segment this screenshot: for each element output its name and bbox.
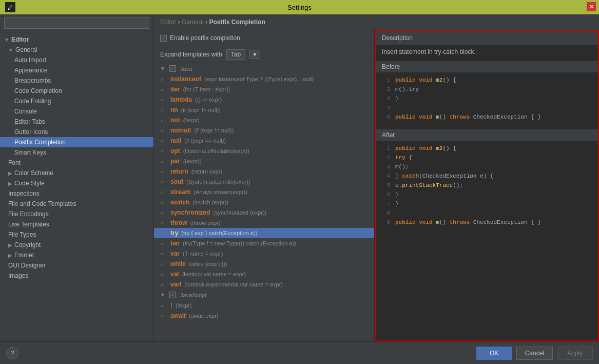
template-item-stream[interactable]: ✓ stream (Arrays.stream(expr)) xyxy=(154,187,374,197)
sidebar-item-file-types[interactable]: File Types xyxy=(0,229,153,240)
sidebar-item-font[interactable]: Font xyxy=(0,158,153,168)
sidebar-item-gui-designer[interactable]: GUI Designer xyxy=(0,260,153,271)
breadcrumb-part1[interactable]: Editor xyxy=(160,18,176,26)
sidebar-item-file-encodings[interactable]: File Encodings ⚙ xyxy=(0,209,153,219)
sidebar-item-editor-tabs[interactable]: Editor Tabs xyxy=(0,117,153,127)
expand-arrow: ▶ xyxy=(8,181,12,186)
panel-content: Enable postfix completion Expand templat… xyxy=(154,30,599,341)
templates-list: ▼ Java ✓ instanceof (expr instanceof Typ… xyxy=(154,63,374,341)
expand-arrow-general: ▼ xyxy=(8,47,13,53)
before-label: Before xyxy=(376,61,598,72)
close-button[interactable]: ✕ xyxy=(587,2,596,11)
description-text: Insert statement in try-catch block. xyxy=(376,45,598,61)
cancel-button[interactable]: Cancel xyxy=(516,347,553,360)
template-item-twr[interactable]: ✓ twr (try(Type f = new Type()) catch (E… xyxy=(154,238,374,248)
search-input[interactable] xyxy=(4,17,149,29)
template-item-null[interactable]: ✓ null (if (expr == null)) xyxy=(154,136,374,146)
check-icon: ✓ xyxy=(160,159,167,164)
enable-postfix-checkbox[interactable]: Enable postfix completion xyxy=(160,34,240,42)
sidebar-item-smart-keys[interactable]: Smart Keys xyxy=(0,147,153,158)
template-item-par[interactable]: ✓ par ((expr)) xyxy=(154,156,374,166)
template-item-iter[interactable]: ✓ iter (for (T item : expr)) xyxy=(154,84,374,94)
breadcrumb-part2[interactable]: General xyxy=(182,18,204,26)
template-item-throw[interactable]: ✓ throw (throw expr) xyxy=(154,218,374,228)
check-icon: ✓ xyxy=(160,282,167,288)
template-item-synchronized[interactable]: ✓ synchronized (synchronized (expr)) xyxy=(154,207,374,218)
description-label: Description xyxy=(376,31,598,45)
section-checkbox[interactable] xyxy=(169,65,176,72)
sidebar-item-code-folding[interactable]: Code Folding xyxy=(0,96,153,106)
code-line: 8 xyxy=(382,208,592,218)
sidebar-item-images[interactable]: Images xyxy=(0,271,153,281)
sidebar-item-live-templates[interactable]: Live Templates xyxy=(0,219,153,229)
section-checkbox[interactable] xyxy=(169,292,176,298)
apply-button[interactable]: Apply xyxy=(557,347,593,360)
sidebar-item-copyright[interactable]: ▶ Copyright ⚙ xyxy=(0,240,153,250)
sidebar-item-emmet[interactable]: ▶ Emmet xyxy=(0,250,153,260)
check-icon: ✓ xyxy=(160,138,167,144)
template-item-not[interactable]: ✓ not (!expr) xyxy=(154,115,374,125)
sidebar-item-inspections[interactable]: Inspections xyxy=(0,188,153,199)
template-item-switch[interactable]: ✓ switch (switch (expr)) xyxy=(154,197,374,207)
sidebar: ▼ Editor ▼ General Auto Import ⚙ Appeara… xyxy=(0,14,154,341)
sidebar-item-postfix-completion[interactable]: Postfix Completion xyxy=(0,137,153,147)
code-line: 7 } xyxy=(382,199,592,208)
check-icon: ✓ xyxy=(160,251,167,257)
expand-arrow: ▶ xyxy=(8,170,12,176)
template-item-opt[interactable]: ✓ opt (Optional.ofNullable(expr)) xyxy=(154,146,374,156)
code-line: 3 m(); xyxy=(382,162,592,171)
check-icon: ✓ xyxy=(160,107,167,113)
template-item-while[interactable]: ✓ while (while (expr) {}) xyxy=(154,259,374,269)
code-line: 2 try { xyxy=(382,153,592,162)
sidebar-item-auto-import[interactable]: Auto Import ⚙ xyxy=(0,55,153,65)
expand-arrow: ▶ xyxy=(8,242,12,248)
dropdown-button[interactable]: ▼ xyxy=(249,50,260,59)
code-line: 9 public void m() throws CheckedExceptio… xyxy=(382,218,592,227)
template-item-nn[interactable]: ✓ nn (if (expr != null)) xyxy=(154,105,374,115)
check-icon: ✓ xyxy=(160,272,167,277)
expand-row: Expand templates with Tab ▼ xyxy=(154,46,374,63)
code-line: 3 } xyxy=(382,94,592,103)
breadcrumb: Editor › General › Postfix Completion xyxy=(154,14,599,30)
enable-header: Enable postfix completion xyxy=(154,30,374,46)
template-item-sout[interactable]: ✓ sout (System.out.println(expr)) xyxy=(154,177,374,187)
before-code-block: 1 public void m2() { 2 m().try 3 } xyxy=(376,72,598,129)
sidebar-item-console[interactable]: Console xyxy=(0,106,153,117)
window-title: Settings xyxy=(287,4,312,11)
template-item-return[interactable]: ✓ return (return expr) xyxy=(154,166,374,177)
sidebar-item-code-completion[interactable]: Code Completion xyxy=(0,86,153,96)
template-item-instanceof[interactable]: ✓ instanceof (expr instanceof Type ? ((T… xyxy=(154,74,374,84)
sidebar-item-general[interactable]: ▼ General xyxy=(0,45,153,55)
sidebar-item-breadcrumbs[interactable]: Breadcrumbs xyxy=(0,75,153,86)
check-icon: ✓ xyxy=(160,179,167,185)
template-item-varl[interactable]: ✓ varl (lombok.experimental.var name = e… xyxy=(154,279,374,290)
breadcrumb-part3: Postfix Completion xyxy=(209,18,265,26)
template-item-var[interactable]: ✓ var (T name = expr) xyxy=(154,248,374,259)
check-icon: ✓ xyxy=(160,118,167,123)
section-java[interactable]: ▼ Java xyxy=(154,63,374,74)
help-button[interactable]: ? xyxy=(6,347,18,359)
tab-button[interactable]: Tab xyxy=(226,49,245,60)
template-item-try[interactable]: ✓ try (try { exp } catch(Exception e)) xyxy=(154,228,374,238)
check-icon: ✓ xyxy=(160,241,167,246)
sidebar-tree: ▼ Editor ▼ General Auto Import ⚙ Appeara… xyxy=(0,32,153,341)
sidebar-item-editor[interactable]: ▼ Editor xyxy=(0,34,153,45)
sidebar-item-color-scheme[interactable]: ▶ Color Scheme xyxy=(0,168,153,178)
check-icon: ✓ xyxy=(160,220,167,226)
check-icon: ✓ xyxy=(160,97,167,103)
template-item-val[interactable]: ✓ val (lombok.val name = expr) xyxy=(154,269,374,279)
sidebar-item-file-code-templates[interactable]: File and Code Templates ⚙ xyxy=(0,199,153,209)
check-icon: ✓ xyxy=(160,189,167,195)
template-item-notnull[interactable]: ✓ notnull (if (expr != null)) xyxy=(154,125,374,136)
section-javascript[interactable]: ▼ JavaScript xyxy=(154,290,374,300)
sidebar-item-code-style[interactable]: ▶ Code Style ⚙ xyxy=(0,178,153,188)
template-item-await[interactable]: ✓ await (await expr) xyxy=(154,311,374,321)
sidebar-item-label: General xyxy=(15,46,149,53)
sidebar-item-appearance[interactable]: Appearance xyxy=(0,65,153,75)
content-area: ▼ Editor ▼ General Auto Import ⚙ Appeara… xyxy=(0,14,599,341)
code-line: 4 xyxy=(382,103,592,112)
ok-button[interactable]: OK xyxy=(476,347,512,360)
template-item-exclaim[interactable]: ✓ ! (!expr) xyxy=(154,300,374,311)
sidebar-item-gutter-icons[interactable]: Gutter Icons xyxy=(0,127,153,137)
template-item-lambda[interactable]: ✓ lambda (() -> expr) xyxy=(154,94,374,105)
